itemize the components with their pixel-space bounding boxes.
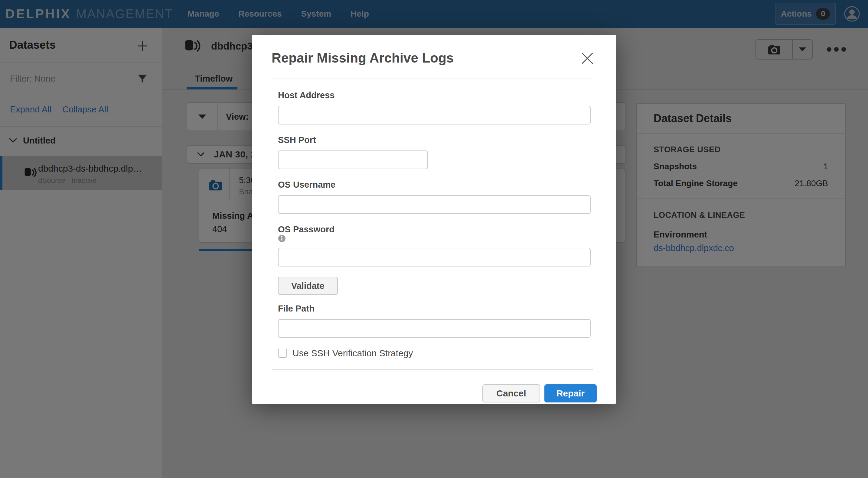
os-password-field: OS Password <box>278 224 591 267</box>
close-icon[interactable] <box>580 51 595 66</box>
modal-footer: Cancel Repair <box>252 370 616 403</box>
modal-title: Repair Missing Archive Logs <box>272 50 454 66</box>
os-password-input[interactable] <box>278 248 591 267</box>
ssh-port-input[interactable] <box>278 150 428 169</box>
cancel-button[interactable]: Cancel <box>483 384 540 403</box>
use-ssh-verification-label: Use SSH Verification Strategy <box>292 348 413 358</box>
modal-body: Host Address SSH Port OS Username OS Pas… <box>252 79 616 358</box>
file-path-field: File Path <box>278 303 591 338</box>
os-password-label: OS Password <box>278 225 335 234</box>
host-address-field: Host Address <box>278 90 591 125</box>
host-address-label: Host Address <box>278 90 591 100</box>
validate-button[interactable]: Validate <box>278 277 338 295</box>
modal-header: Repair Missing Archive Logs <box>252 35 616 78</box>
os-username-label: OS Username <box>278 179 591 190</box>
file-path-label: File Path <box>278 303 591 314</box>
file-path-input[interactable] <box>278 319 591 338</box>
repair-button[interactable]: Repair <box>545 384 597 403</box>
use-ssh-verification-checkbox[interactable] <box>278 349 287 358</box>
info-icon[interactable] <box>278 235 591 242</box>
repair-missing-archive-logs-modal: Repair Missing Archive Logs Host Address… <box>252 35 616 404</box>
ssh-verification-row: Use SSH Verification Strategy <box>278 348 591 358</box>
ssh-port-field: SSH Port <box>278 135 591 169</box>
os-password-label-row: OS Password <box>278 224 591 242</box>
os-username-field: OS Username <box>278 179 591 214</box>
ssh-port-label: SSH Port <box>278 135 591 145</box>
host-address-input[interactable] <box>278 106 591 125</box>
os-username-input[interactable] <box>278 195 591 214</box>
